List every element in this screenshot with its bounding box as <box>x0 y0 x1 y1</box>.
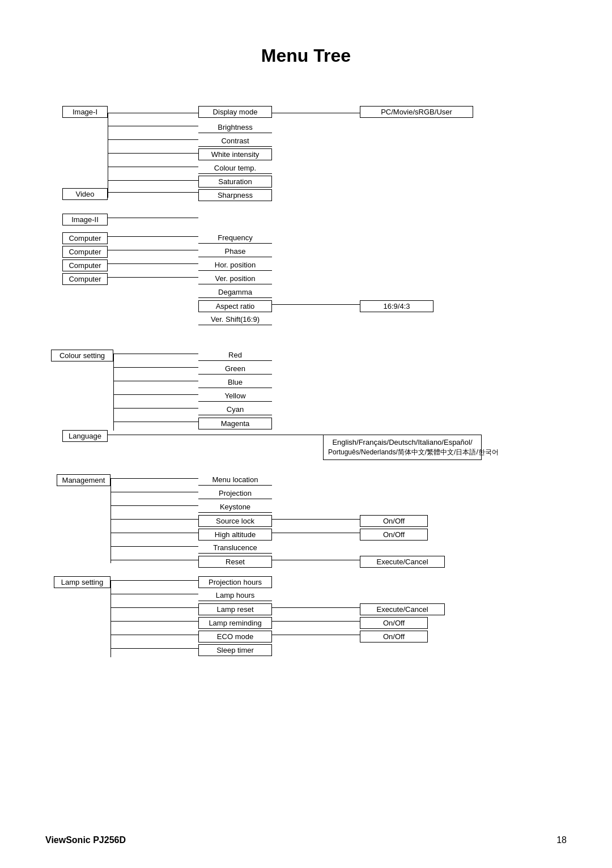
line-to-colour-temp <box>108 167 198 167</box>
node-source-lock: Source lock <box>198 515 272 527</box>
line-to-cyan <box>113 408 198 409</box>
node-aspect-ratio: Aspect ratio <box>198 300 272 312</box>
line-video-to-col2a <box>108 192 198 193</box>
node-brightness: Brightness <box>198 122 272 133</box>
node-eco-mode-val: On/Off <box>360 631 428 643</box>
vline-mgmt <box>110 478 111 563</box>
line-to-blue <box>113 381 198 381</box>
node-green: Green <box>198 363 272 375</box>
line-to-lamphours <box>110 594 198 594</box>
node-source-lock-val: On/Off <box>360 515 428 527</box>
node-red: Red <box>198 350 272 361</box>
line-to-lampreset <box>110 607 198 608</box>
node-keystone: Keystone <box>198 501 272 513</box>
node-projection-hours: Projection hours <box>198 576 272 588</box>
node-menu-location: Menu location <box>198 474 272 486</box>
node-computer-3: Computer <box>62 259 108 271</box>
node-computer-2: Computer <box>62 246 108 258</box>
line-highaltitude-col3 <box>272 533 360 533</box>
line-to-brightness <box>108 126 198 126</box>
footer-page: 18 <box>556 835 567 845</box>
node-high-altitude: High altitude <box>198 529 272 541</box>
line-aspect-to-col3 <box>272 304 360 305</box>
line-imagei-to-col2 <box>108 113 198 113</box>
line-to-sourcelock <box>110 519 198 520</box>
node-language-val: English/Français/Deutsch/Italiano/Españo… <box>323 435 482 460</box>
line-comp1 <box>108 236 198 237</box>
line-language-col3 <box>108 435 323 435</box>
node-cyan: Cyan <box>198 404 272 415</box>
footer-brand: ViewSonic PJ256D <box>45 835 126 845</box>
node-language: Language <box>62 430 108 442</box>
language-val-line1: English/Français/Deutsch/Italiano/Españo… <box>328 437 477 448</box>
line-to-lampreminding <box>110 621 198 622</box>
node-blue: Blue <box>198 377 272 388</box>
line-comp2 <box>108 250 198 250</box>
node-aspect-ratio-val: 16:9/4:3 <box>360 300 434 312</box>
node-ver-shift: Ver. Shift(16:9) <box>198 314 272 325</box>
line-sourcelock-col3 <box>272 519 360 520</box>
node-white-intensity: White intensity <box>198 148 272 160</box>
vline-lamp <box>110 580 111 657</box>
node-magenta: Magenta <box>198 418 272 429</box>
node-sleep-timer: Sleep timer <box>198 644 272 656</box>
line-to-reset <box>110 560 198 560</box>
line-dispmode-to-col3 <box>272 113 360 113</box>
node-colour-temp: Colour temp. <box>198 163 272 174</box>
line-video-col2b <box>108 180 198 181</box>
node-degamma: Degamma <box>198 287 272 298</box>
model-name-text: PJ256D <box>93 835 126 845</box>
node-lamp-reminding: Lamp reminding <box>198 617 272 629</box>
line-coloursetting <box>113 354 198 354</box>
line-imageii-col2 <box>108 218 198 218</box>
vline-video <box>108 180 108 192</box>
line-to-ecomode <box>110 635 198 635</box>
line-to-contrast <box>108 139 198 140</box>
node-image-ii: Image-II <box>62 214 108 225</box>
node-colour-setting: Colour setting <box>51 350 113 361</box>
node-saturation: Saturation <box>198 176 272 188</box>
node-contrast: Contrast <box>198 135 272 147</box>
line-to-white-intensity <box>108 153 198 154</box>
tree-wrapper: Image-I Video Image-II Computer Computer… <box>45 100 555 780</box>
node-computer-4: Computer <box>62 273 108 285</box>
page-title: Menu Tree <box>0 0 612 89</box>
line-lampreminding-col3 <box>272 621 360 622</box>
node-lamp-setting: Lamp setting <box>54 576 110 588</box>
node-projection: Projection <box>198 488 272 499</box>
line-to-sleeptimer <box>110 648 198 649</box>
brand-name: ViewSonic <box>45 835 91 845</box>
node-lamp-reset: Lamp reset <box>198 603 272 615</box>
line-mgmt-col2 <box>110 478 198 479</box>
line-comp4 <box>108 277 198 278</box>
node-image-i: Image-I <box>62 106 108 118</box>
node-reset: Reset <box>198 556 272 568</box>
line-reset-col3 <box>272 560 360 560</box>
node-phase: Phase <box>198 246 272 257</box>
node-management: Management <box>57 474 110 486</box>
node-lamp-reminding-val: On/Off <box>360 617 428 629</box>
menu-tree: Image-I Video Image-II Computer Computer… <box>45 100 612 780</box>
footer: ViewSonic PJ256D 18 <box>45 835 567 845</box>
line-lamp-col2 <box>110 580 198 581</box>
line-to-yellow <box>113 394 198 395</box>
line-to-highaltitude <box>110 533 198 533</box>
node-frequency: Frequency <box>198 232 272 244</box>
node-yellow: Yellow <box>198 390 272 402</box>
line-to-translucence <box>110 546 198 547</box>
line-ecomode-col3 <box>272 635 360 635</box>
node-hor-position: Hor. position <box>198 259 272 271</box>
line-comp3 <box>108 263 198 264</box>
node-lamp-hours: Lamp hours <box>198 590 272 601</box>
node-translucence: Translucence <box>198 542 272 554</box>
line-to-green <box>113 367 198 368</box>
node-lamp-reset-val: Execute/Cancel <box>360 603 445 615</box>
line-lampreset-col3 <box>272 607 360 608</box>
line-to-magenta <box>113 422 198 422</box>
node-computer-1: Computer <box>62 232 108 244</box>
line-to-projection <box>110 492 198 492</box>
node-sharpness: Sharpness <box>198 189 272 201</box>
node-display-mode-val: PC/Movie/sRGB/User <box>360 106 473 118</box>
node-eco-mode: ECO mode <box>198 631 272 643</box>
node-reset-val: Execute/Cancel <box>360 556 445 568</box>
